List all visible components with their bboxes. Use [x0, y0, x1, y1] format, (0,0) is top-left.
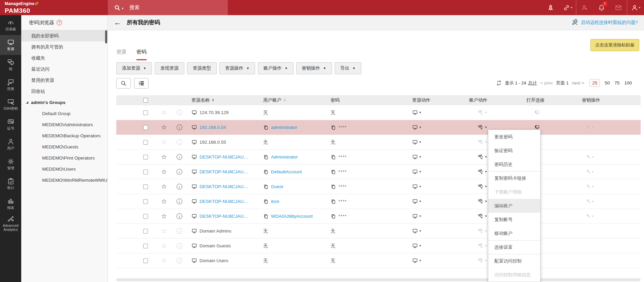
sort-icon[interactable]: ▲▼	[283, 99, 286, 102]
info-icon[interactable]: i	[177, 228, 182, 234]
col-resource-name[interactable]: 资源名称	[191, 97, 210, 103]
favorite-star-icon[interactable]: ☆	[161, 228, 167, 234]
key-actions-menu[interactable]: ▾	[582, 125, 593, 130]
resource-actions-menu[interactable]: ▼	[412, 139, 422, 145]
account-actions-menu[interactable]: ▼	[478, 199, 487, 205]
table-row[interactable]: ☆iDESKTOP-NU8CJAU…itsm****▼▼▾	[116, 194, 641, 209]
row-checkbox[interactable]	[143, 258, 148, 263]
back-arrow-icon[interactable]: ←	[114, 19, 121, 26]
table-row[interactable]: ☆iDESKTOP-NU8CJAU…Administrator****▼▼▾	[116, 150, 641, 165]
table-row[interactable]: ☆i124.70.39.129无无▼▼	[116, 105, 641, 120]
key-actions-menu[interactable]: ▾	[582, 169, 593, 175]
prev-button[interactable]: prev	[544, 80, 553, 85]
sidebar-item-resources[interactable]: 资源	[0, 35, 21, 55]
toolbar-button[interactable]: 资源操作▼	[219, 62, 255, 74]
horizontal-scrollbar[interactable]	[116, 278, 641, 281]
account-name[interactable]: DefaultAccount	[271, 169, 302, 174]
context-menu-item[interactable]: 复制帐号	[488, 213, 540, 226]
row-checkbox[interactable]	[143, 244, 148, 248]
table-row[interactable]: ☆iDomain Guests无无▼▼	[116, 239, 641, 253]
row-checkbox[interactable]	[143, 140, 148, 145]
next-arrow-icon[interactable]: >	[582, 80, 584, 85]
account-actions-menu[interactable]: ▼	[478, 243, 487, 249]
user-star-icon[interactable]	[576, 0, 593, 15]
table-row[interactable]: ☆i192.168.0.54administrator****▼▼▾	[116, 120, 641, 135]
resource-actions-menu[interactable]: ▼	[412, 213, 422, 219]
info-icon[interactable]: i	[177, 213, 182, 219]
copy-icon[interactable]	[331, 125, 336, 130]
explorer-item[interactable]: 我的全部密码	[21, 30, 108, 41]
sort-icon[interactable]: ▲▼	[212, 99, 214, 102]
context-menu-item[interactable]: 编辑账户	[488, 199, 540, 213]
col-user-account[interactable]: 用户账户	[263, 97, 281, 103]
favorite-star-icon[interactable]: ☆	[161, 243, 167, 249]
table-row[interactable]: ☆iDESKTOP-NU8CJAU…Guest****▼▼▾	[116, 179, 641, 194]
explorer-item[interactable]: 收藏夹	[21, 52, 108, 64]
copy-icon[interactable]	[331, 199, 336, 204]
sidebar-item-audit[interactable]: 审计	[0, 174, 21, 194]
explorer-group-item[interactable]: MEDEMO\WinRMRemoteWMIUser	[21, 175, 108, 186]
sidebar-item-admin[interactable]: 管理	[0, 154, 21, 174]
account-actions-menu[interactable]: ▼	[478, 110, 487, 116]
explorer-group-item[interactable]: MEDEMO\Administrators	[21, 119, 108, 130]
table-row[interactable]: ☆iDomain Users无无▼▼	[116, 253, 641, 268]
sidebar-item-certificates[interactable]: 证书	[0, 114, 21, 134]
info-icon[interactable]: i	[177, 199, 182, 204]
copy-icon[interactable]	[263, 184, 269, 189]
global-search[interactable]: ▼ 搜索	[108, 0, 228, 15]
copy-icon[interactable]	[263, 214, 269, 219]
row-checkbox[interactable]	[143, 214, 148, 219]
pagination-total-link[interactable]: 总计	[528, 80, 537, 86]
favorite-star-icon[interactable]: ☆	[161, 124, 167, 131]
resource-name[interactable]: 192.168.0.54	[200, 125, 226, 130]
resource-actions-menu[interactable]: ▼	[412, 258, 422, 263]
favorite-star-icon[interactable]: ☆	[161, 213, 167, 219]
key-actions-menu[interactable]: ▾	[582, 199, 593, 204]
toolbar-button[interactable]: 发现资源	[155, 62, 184, 74]
resource-actions-menu[interactable]: ▼	[412, 169, 422, 175]
mail-icon[interactable]	[610, 0, 627, 15]
column-view-button[interactable]	[134, 78, 149, 89]
explorer-group-item[interactable]: Default Group	[21, 108, 108, 119]
bell-icon[interactable]: !	[593, 0, 610, 15]
sidebar-item-connections[interactable]: 连接	[0, 75, 21, 95]
page-size-option[interactable]: 25	[589, 79, 600, 87]
info-icon[interactable]: i	[177, 125, 182, 130]
context-menu-item[interactable]: 复制密码卡链接	[488, 171, 540, 185]
link-icon[interactable]: ▾	[559, 0, 576, 15]
sidebar-item-dashboard[interactable]: 仪表板	[0, 15, 21, 35]
copy-icon[interactable]	[331, 154, 336, 160]
favorite-star-icon[interactable]: ☆	[161, 169, 167, 175]
favorite-star-icon[interactable]: ☆	[161, 257, 167, 264]
row-checkbox[interactable]	[143, 155, 148, 160]
resource-actions-menu[interactable]: ▼	[412, 228, 422, 234]
account-name[interactable]: Administrator	[271, 154, 298, 160]
tab-resources[interactable]: 资源	[116, 49, 126, 60]
user-icon[interactable]: ▾	[627, 0, 644, 15]
explorer-item[interactable]: 回收站	[21, 86, 108, 97]
account-actions-menu[interactable]: ▼	[478, 169, 487, 175]
table-row[interactable]: ☆iDESKTOP-NU8CJAU…DefaultAccount****▼▼▾	[116, 165, 641, 179]
account-name[interactable]: WDAGUtilityAccount	[271, 214, 313, 219]
resource-name[interactable]: DESKTOP-NU8CJAU…	[200, 199, 248, 204]
explorer-group-item[interactable]: MEDEMO\Backup Operators	[21, 130, 108, 141]
resource-actions-menu[interactable]: ▼	[412, 199, 422, 204]
resource-actions-menu[interactable]: ▼	[412, 243, 422, 249]
select-all-checkbox[interactable]	[143, 98, 148, 103]
resource-actions-menu[interactable]: ▼	[412, 110, 422, 115]
info-icon[interactable]: i	[177, 184, 182, 189]
favorite-star-icon[interactable]: ☆	[161, 154, 167, 160]
sidebar-item-ssh-keys[interactable]: SSH密钥	[0, 95, 21, 114]
account-actions-menu[interactable]: ▼	[478, 258, 487, 264]
sidebar-item-reports[interactable]: 报表	[0, 194, 21, 214]
info-icon[interactable]: i	[177, 243, 182, 249]
favorite-star-icon[interactable]: ☆	[161, 109, 167, 116]
copy-icon[interactable]	[263, 169, 269, 175]
explorer-item[interactable]: 禁用的资源	[21, 75, 108, 86]
key-actions-menu[interactable]: ▾	[582, 154, 593, 160]
resource-actions-menu[interactable]: ▼	[412, 154, 422, 160]
account-name[interactable]: itsm	[271, 199, 279, 204]
clear-clipboard-button[interactable]: 点击这里清除粘贴板	[590, 39, 639, 51]
sidebar-item-groups[interactable]: 组	[0, 55, 21, 75]
key-actions-menu[interactable]: ▾	[582, 214, 593, 219]
